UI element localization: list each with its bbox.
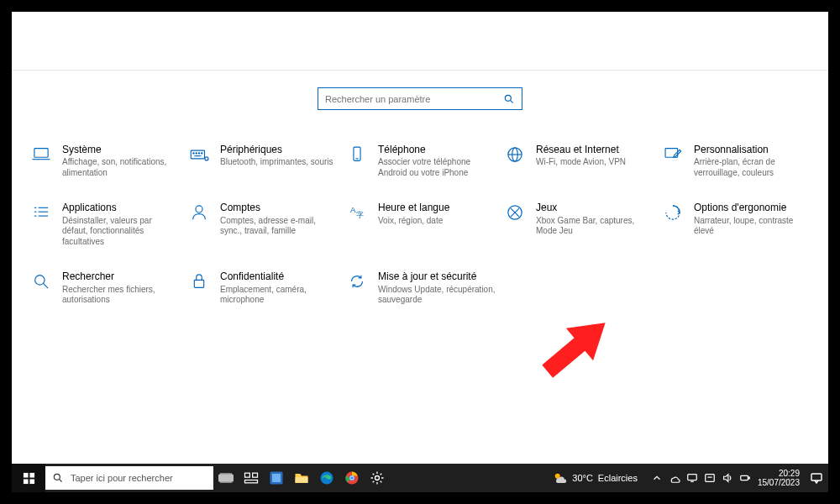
card-desc: Wi-Fi, mode Avion, VPN xyxy=(536,157,626,168)
card-gaming[interactable]: JeuxXbox Game Bar, captures, Mode Jeu xyxy=(502,202,654,247)
card-network[interactable]: Réseau et InternetWi-Fi, mode Avion, VPN xyxy=(502,144,654,178)
globe-icon xyxy=(502,144,528,169)
svg-rect-4 xyxy=(191,150,204,159)
magnifier-icon xyxy=(29,270,54,296)
card-phone[interactable]: TéléphoneAssocier votre téléphone Androi… xyxy=(344,144,496,178)
card-system[interactable]: SystèmeAffichage, son, notifications, al… xyxy=(29,144,180,178)
start-button[interactable] xyxy=(12,464,45,492)
svg-rect-55 xyxy=(741,475,748,480)
file-explorer-icon[interactable] xyxy=(289,464,314,492)
taskbar-clock[interactable]: 20:29 15/07/2023 xyxy=(758,469,800,487)
svg-rect-42 xyxy=(272,474,281,482)
card-title: Options d'ergonomie xyxy=(694,202,811,213)
card-devices[interactable]: PériphériquesBluetooth, imprimantes, sou… xyxy=(186,144,338,178)
svg-point-49 xyxy=(375,476,380,480)
card-time-language[interactable]: A字 Heure et langueVoix, région, date xyxy=(344,202,496,247)
weather-desc: Eclaircies xyxy=(598,473,638,483)
svg-line-1 xyxy=(510,100,512,102)
card-desc: Affichage, son, notifications, alimentat… xyxy=(62,157,180,178)
card-ease-of-access[interactable]: Options d'ergonomieNarrateur, loupe, con… xyxy=(660,202,811,247)
card-title: Périphériques xyxy=(220,144,333,155)
svg-rect-29 xyxy=(194,281,203,288)
taskbar: Taper ici pour rechercher 30°C Eclaircie… xyxy=(12,464,828,492)
card-title: Confidentialité xyxy=(220,270,338,282)
svg-rect-40 xyxy=(245,480,258,483)
card-desc: Narrateur, loupe, contraste élevé xyxy=(694,216,811,237)
onedrive-icon[interactable] xyxy=(667,464,682,492)
card-title: Réseau et Internet xyxy=(536,144,626,155)
svg-line-35 xyxy=(59,479,61,481)
card-title: Rechercher xyxy=(62,270,180,282)
svg-rect-2 xyxy=(34,149,48,158)
lock-icon xyxy=(186,270,212,296)
svg-rect-56 xyxy=(748,477,749,479)
card-title: Comptes xyxy=(220,202,338,213)
edge-icon[interactable] xyxy=(314,464,339,492)
svg-point-0 xyxy=(505,95,511,101)
taskbar-search[interactable]: Taper ici pour rechercher xyxy=(45,466,213,490)
card-apps[interactable]: ApplicationsDésinstaller, valeurs par dé… xyxy=(29,202,180,247)
chrome-icon[interactable] xyxy=(339,464,365,492)
svg-point-6 xyxy=(196,153,197,154)
svg-rect-53 xyxy=(706,475,715,482)
svg-line-28 xyxy=(43,284,48,289)
sun-cloud-icon xyxy=(552,470,567,486)
svg-text:A: A xyxy=(350,205,356,214)
card-title: Applications xyxy=(62,202,180,213)
card-privacy[interactable]: ConfidentialitéEmplacement, caméra, micr… xyxy=(186,270,338,305)
cortana-button[interactable] xyxy=(213,464,239,492)
svg-rect-43 xyxy=(296,477,308,483)
card-title: Personnalisation xyxy=(694,144,811,155)
task-view-button[interactable] xyxy=(239,464,264,492)
svg-point-7 xyxy=(198,153,199,154)
tray-chevron-icon[interactable] xyxy=(649,464,664,492)
card-desc: Bluetooth, imprimantes, souris xyxy=(220,157,333,168)
card-desc: Rechercher mes fichiers, autorisations xyxy=(62,285,180,306)
header-spacer xyxy=(12,29,828,71)
search-icon xyxy=(503,93,515,105)
svg-point-48 xyxy=(350,476,354,480)
svg-point-34 xyxy=(54,474,60,480)
clock-time: 20:29 xyxy=(758,469,800,478)
svg-text:字: 字 xyxy=(356,211,364,219)
card-title: Système xyxy=(62,144,180,155)
svg-point-10 xyxy=(205,157,208,160)
network-tray-icon[interactable] xyxy=(685,464,700,492)
card-title: Jeux xyxy=(536,202,654,213)
card-search[interactable]: RechercherRechercher mes fichiers, autor… xyxy=(29,270,180,305)
svg-point-8 xyxy=(202,153,202,154)
card-update-security[interactable]: Mise à jour et sécuritéWindows Update, r… xyxy=(344,270,496,305)
app-icon-1[interactable] xyxy=(264,464,289,492)
language-tray-icon[interactable] xyxy=(702,464,717,492)
card-title: Téléphone xyxy=(378,144,496,155)
card-desc: Désinstaller, valeurs par défaut, foncti… xyxy=(62,216,180,248)
card-desc: Emplacement, caméra, microphone xyxy=(220,285,338,306)
card-personalization[interactable]: PersonnalisationArrière-plan, écran de v… xyxy=(660,144,811,178)
settings-taskbar-icon[interactable] xyxy=(365,464,390,492)
svg-point-5 xyxy=(193,153,194,154)
settings-grid: SystèmeAffichage, son, notifications, al… xyxy=(12,144,828,306)
card-accounts[interactable]: ComptesComptes, adresse e-mail, sync., t… xyxy=(186,202,338,247)
taskbar-apps xyxy=(239,464,390,492)
svg-rect-38 xyxy=(245,473,250,477)
svg-rect-37 xyxy=(218,475,234,482)
card-desc: Windows Update, récupération, sauvegarde xyxy=(378,285,496,306)
search-icon xyxy=(52,472,64,484)
notifications-button[interactable] xyxy=(805,464,828,492)
taskbar-search-placeholder: Taper ici pour rechercher xyxy=(71,473,173,483)
svg-point-23 xyxy=(196,206,202,213)
system-tray[interactable] xyxy=(649,464,753,492)
weather-widget[interactable]: 30°C Eclaircies xyxy=(552,470,638,486)
card-title: Mise à jour et sécurité xyxy=(378,270,496,282)
card-desc: Comptes, adresse e-mail, sync., travail,… xyxy=(220,216,338,237)
svg-point-27 xyxy=(35,276,45,285)
settings-search-input[interactable] xyxy=(325,94,503,104)
keyboard-icon xyxy=(186,144,212,169)
ease-icon xyxy=(660,202,685,227)
power-tray-icon[interactable] xyxy=(738,464,753,492)
settings-search-box[interactable] xyxy=(318,87,522,110)
language-icon: A字 xyxy=(344,202,370,227)
svg-rect-32 xyxy=(23,479,28,484)
pen-icon xyxy=(660,144,685,169)
volume-icon[interactable] xyxy=(720,464,735,492)
